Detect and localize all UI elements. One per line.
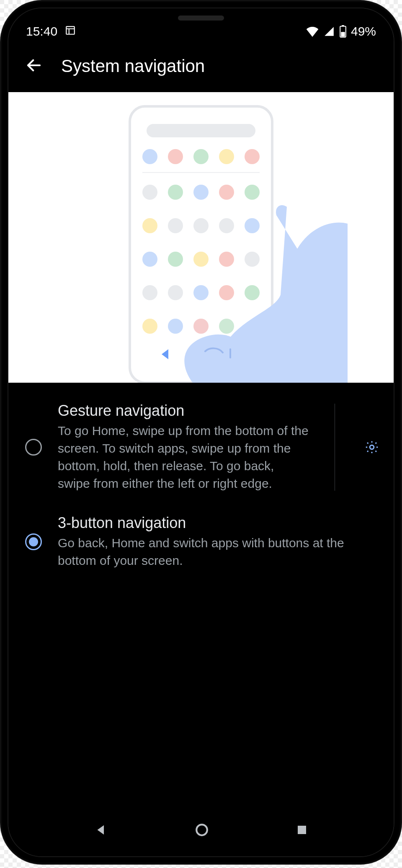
svg-marker-42 (97, 825, 104, 835)
svg-point-22 (193, 218, 209, 233)
option-text: 3-button navigation Go back, Home and sw… (58, 514, 384, 569)
svg-point-16 (168, 185, 183, 200)
system-nav-bar (8, 814, 394, 856)
svg-point-32 (193, 285, 209, 300)
svg-point-26 (168, 252, 183, 267)
svg-point-15 (142, 185, 157, 200)
option-title: 3-button navigation (58, 514, 384, 532)
nav-home-icon[interactable] (195, 823, 209, 839)
option-3-button-navigation[interactable]: 3-button navigation Go back, Home and sw… (8, 503, 394, 580)
app-bar: System navigation (8, 42, 394, 92)
option-gesture-navigation[interactable]: Gesture navigation To go Home, swipe up … (8, 391, 394, 503)
svg-point-37 (193, 319, 209, 334)
svg-point-43 (196, 824, 207, 835)
gesture-settings-button[interactable] (360, 435, 384, 459)
svg-point-17 (193, 185, 209, 200)
phone-bezel: 15:40 (8, 8, 394, 857)
screen: 15:40 (8, 8, 394, 856)
svg-point-29 (245, 252, 260, 267)
svg-rect-0 (66, 26, 75, 34)
nav-back-icon[interactable] (94, 823, 108, 839)
svg-point-30 (142, 285, 157, 300)
svg-point-24 (245, 218, 260, 233)
wifi-icon (306, 26, 319, 37)
option-title: Gesture navigation (58, 402, 309, 420)
navigation-options: Gesture navigation To go Home, swipe up … (8, 383, 394, 589)
svg-point-13 (245, 149, 260, 164)
radio-3-button-navigation[interactable] (25, 533, 42, 550)
nav-recents-icon[interactable] (296, 824, 308, 838)
option-description: Go back, Home and switch apps with butto… (58, 534, 384, 569)
divider (335, 404, 335, 491)
svg-point-35 (142, 319, 157, 334)
svg-point-10 (168, 149, 183, 164)
svg-point-21 (168, 218, 183, 233)
option-text: Gesture navigation To go Home, swipe up … (58, 402, 309, 492)
svg-point-33 (219, 285, 234, 300)
svg-point-41 (370, 445, 374, 449)
svg-point-11 (193, 149, 209, 164)
svg-point-27 (193, 252, 209, 267)
svg-rect-5 (341, 32, 345, 36)
page-title: System navigation (61, 56, 205, 76)
svg-rect-8 (147, 124, 255, 137)
gear-icon (364, 440, 379, 455)
svg-point-31 (168, 285, 183, 300)
status-clock: 15:40 (26, 24, 57, 39)
svg-point-20 (142, 218, 157, 233)
phone-frame: 15:40 (0, 0, 402, 865)
svg-point-28 (219, 252, 234, 267)
navigation-illustration (8, 92, 394, 383)
back-icon[interactable] (25, 57, 43, 76)
svg-point-38 (219, 319, 234, 334)
option-description: To go Home, swipe up from the bottom of … (58, 422, 309, 492)
svg-point-36 (168, 319, 183, 334)
svg-point-25 (142, 252, 157, 267)
svg-point-18 (219, 185, 234, 200)
svg-rect-44 (298, 826, 306, 834)
signal-icon (323, 26, 335, 37)
status-right: 49% (306, 24, 376, 39)
phone-notch (138, 8, 264, 28)
svg-point-19 (245, 185, 260, 200)
svg-point-23 (219, 218, 234, 233)
svg-point-34 (245, 285, 260, 300)
svg-point-12 (219, 149, 234, 164)
svg-point-9 (142, 149, 157, 164)
battery-icon (339, 25, 347, 38)
status-left: 15:40 (26, 24, 76, 39)
calendar-icon (65, 24, 76, 39)
phone-speaker (178, 15, 224, 21)
battery-percentage: 49% (351, 24, 376, 39)
radio-gesture-navigation[interactable] (25, 439, 42, 456)
